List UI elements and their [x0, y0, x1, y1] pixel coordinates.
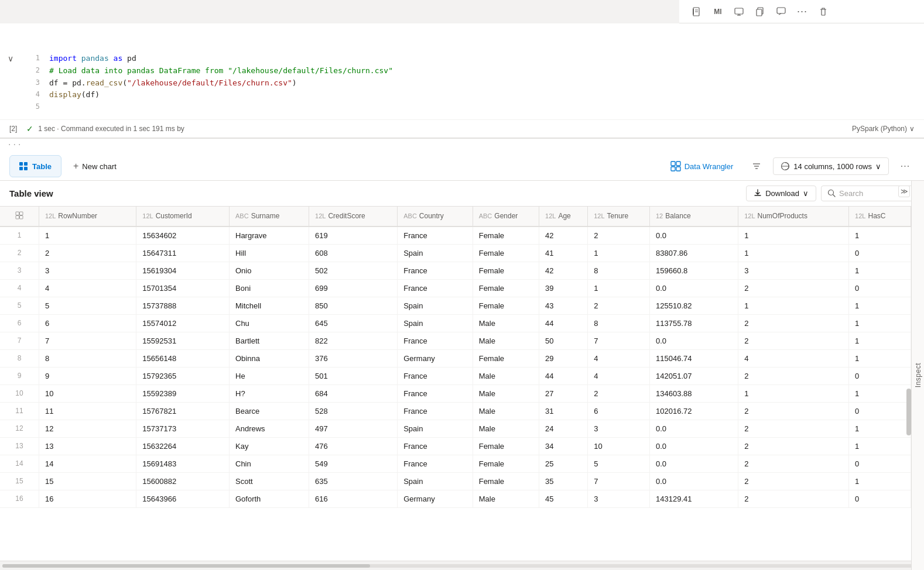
cell-age: 50 [539, 332, 588, 349]
cell-numofproducts: 2 [738, 279, 849, 297]
cell-hasc: 1 [849, 349, 911, 367]
cell-hasc: 1 [849, 314, 911, 332]
cell-balance: 0.0 [650, 279, 738, 297]
table-view-actions: Download ∨ Search [746, 186, 915, 201]
svg-rect-14 [676, 162, 680, 166]
language-selector[interactable]: PySpark (Python) ∨ [852, 125, 915, 133]
download-chevron: ∨ [803, 189, 809, 198]
horizontal-scrollbar[interactable] [0, 561, 924, 570]
row-index: 1 [0, 226, 39, 245]
data-table-container[interactable]: 12LRowNumber 12LCustomerId ABCSurname 12… [0, 207, 924, 561]
cell-hasc: 0 [849, 402, 911, 420]
table-tab[interactable]: Table [9, 155, 61, 177]
cell-tenure: 8 [588, 314, 650, 332]
cell-gender: Male [473, 367, 539, 384]
cell-numofproducts: 1 [738, 244, 849, 262]
cell-tenure: 8 [588, 262, 650, 279]
cell-age: 44 [539, 314, 588, 332]
cell-hasc: 1 [849, 384, 911, 402]
vertical-scrollbar-thumb[interactable] [906, 389, 911, 435]
check-icon: ✓ [26, 124, 33, 133]
table-view-title: Table view [9, 188, 53, 198]
cell-tenure: 4 [588, 349, 650, 367]
cell-hasc: 1 [849, 297, 911, 314]
cell-rownumber: 15 [39, 472, 136, 490]
cell-tenure: 1 [588, 279, 650, 297]
cell-creditscore: 616 [309, 490, 398, 507]
download-label: Download [765, 189, 799, 198]
table-row: 9 9 15792365 He 501 France Male 44 4 142… [0, 367, 911, 384]
cell-gender: Female [473, 262, 539, 279]
code-line-2: # Load data into pandas DataFrame from "… [49, 65, 393, 77]
cell-balance: 143129.41 [650, 490, 738, 507]
cell-collapse-button[interactable]: ∨ [0, 47, 21, 138]
ml-icon[interactable]: Ml [710, 4, 726, 20]
cell-gender: Female [473, 279, 539, 297]
line-number: 5 [26, 101, 40, 112]
line-number: 4 [26, 89, 40, 100]
table-row: 6 6 15574012 Chu 645 Spain Male 44 8 113… [0, 314, 911, 332]
display-icon[interactable] [731, 4, 747, 20]
line-number: 3 [26, 77, 40, 88]
cell-tenure: 10 [588, 437, 650, 455]
cell-creditscore: 549 [309, 455, 398, 472]
download-button[interactable]: Download ∨ [746, 186, 816, 201]
cell-balance: 0.0 [650, 420, 738, 437]
table-row: 12 12 15737173 Andrews 497 Spain Male 24… [0, 420, 911, 437]
comment-icon[interactable] [773, 4, 789, 20]
cell-rownumber: 5 [39, 297, 136, 314]
cell-hasc: 1 [849, 472, 911, 490]
copy-icon[interactable] [752, 4, 768, 20]
data-wrangler-button[interactable]: Data Wrangler [663, 157, 741, 175]
cell-rownumber: 8 [39, 349, 136, 367]
tab-bar-right: Data Wrangler [663, 157, 915, 176]
delete-icon[interactable] [815, 4, 831, 20]
cell-balance: 115046.74 [650, 349, 738, 367]
filter-button[interactable] [747, 157, 766, 176]
cell-hasc: 0 [849, 455, 911, 472]
cell-numofproducts: 2 [738, 367, 849, 384]
table-row: 7 7 15592531 Bartlett 822 France Male 50… [0, 332, 911, 349]
collapse-output-button[interactable]: ≫ [898, 186, 910, 197]
tab-more-button[interactable]: ··· [896, 157, 915, 176]
row-index: 7 [0, 332, 39, 349]
row-index: 10 [0, 384, 39, 402]
cell-rownumber: 9 [39, 367, 136, 384]
cell-gender: Female [473, 226, 539, 245]
cell-customerid: 15737173 [136, 420, 230, 437]
table-grid-icon [19, 162, 28, 170]
columns-rows-button[interactable]: 14 columns, 1000 rows ∨ [773, 157, 889, 175]
cell-customerid: 15600882 [136, 472, 230, 490]
svg-rect-15 [671, 167, 675, 171]
cell-numofproducts: 2 [738, 472, 849, 490]
cell-age: 42 [539, 226, 588, 245]
notebook-icon[interactable] [689, 4, 705, 20]
cell-customerid: 15643966 [136, 490, 230, 507]
cell-creditscore: 684 [309, 384, 398, 402]
language-chevron: ∨ [909, 125, 915, 133]
svg-rect-8 [757, 9, 762, 16]
svg-rect-25 [20, 212, 23, 215]
new-chart-tab[interactable]: + New chart [64, 155, 126, 177]
inspect-panel[interactable]: Inspect [911, 181, 924, 570]
cell-creditscore: 476 [309, 437, 398, 455]
cell-country: Germany [398, 490, 473, 507]
cell-numofproducts: 2 [738, 420, 849, 437]
cell-surname: Scott [230, 472, 309, 490]
cell-creditscore: 635 [309, 472, 398, 490]
cell-country: France [398, 226, 473, 245]
svg-rect-26 [16, 215, 19, 219]
cell-status-bar: [2] ✓ 1 sec · Command executed in 1 sec … [0, 119, 924, 138]
table-view: Table view Download ∨ [0, 181, 924, 570]
col-creditscore-header: 12LCreditScore [309, 207, 398, 226]
output-panel: Table + New chart Data Wrangler [0, 153, 924, 570]
cell-rownumber: 11 [39, 402, 136, 420]
col-customerid-header: 12LCustomerId [136, 207, 230, 226]
cell-country: France [398, 367, 473, 384]
table-tab-label: Table [32, 162, 52, 171]
more-dots-icon[interactable]: ··· [794, 4, 810, 20]
cell-surname: H? [230, 384, 309, 402]
cell-rownumber: 16 [39, 490, 136, 507]
cell-numofproducts: 3 [738, 262, 849, 279]
cell-surname: Bearce [230, 402, 309, 420]
